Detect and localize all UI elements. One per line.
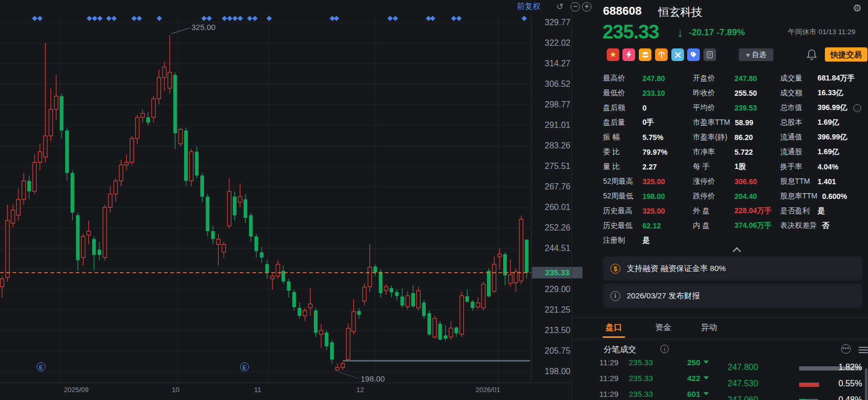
tape-row[interactable]: 11:29235.33 250 [599,359,720,369]
axis-tick-label: 275.51 [545,162,570,171]
watchlist-button[interactable]: ♥ 自选 [739,48,773,61]
axis-tick-label: 298.77 [545,100,570,109]
axis-tick-label: 229.00 [545,285,570,294]
divider [572,339,868,339]
stat-振 幅: 振 幅5.75% [603,133,663,142]
tab-盘口[interactable]: 盘口 [606,322,622,333]
stat-盘后额: 盘后额0 [603,103,647,113]
stat-每 手: 每 手1股 [693,162,746,172]
axis-tick-label: 252.26 [545,223,570,233]
stock-name: 恒玄科技 [658,5,702,19]
stat-总股本: 总股本1.69亿 [780,118,839,127]
list-view-icon[interactable] [859,345,868,353]
heart-icon: ♥ [746,51,750,59]
stat-注册制: 注册制是 [603,236,650,245]
panel-separator [571,0,572,400]
price-change: -20.17 -7.89% [689,27,745,38]
date-axis-label: 2025/09 [64,386,89,394]
stat-流通值: 流通值396.99亿 [780,133,847,142]
stat-市盈率TTM: 市盈率TTM58.99 [693,118,753,127]
tab-资金[interactable]: 资金 [655,322,671,333]
axis-tick-label: 198.00 [545,367,570,376]
price-dist-row[interactable]: 247.5300.55% [726,377,865,392]
last-price: 235.33 [603,21,659,43]
earnings-event-icon[interactable]: E [240,363,249,372]
stat-历史最低: 历史最低62.12 [603,221,661,231]
stat-股息TTM: 股息TTM1.401 [780,177,836,186]
date-axis-label: 2026/01 [476,386,501,394]
sell-triangle-icon [703,361,709,364]
axis-tick-label: 314.27 [545,59,570,68]
zoom-in-icon[interactable]: + [582,2,591,12]
axis-tick-label: 205.75 [545,346,570,356]
stat-换手率: 换手率4.04% [780,162,839,172]
stat-盘后量: 盘后量0手 [603,118,654,127]
price-dist-row[interactable]: 247.8001.82% [726,361,865,376]
stat-52周最高: 52周最高325.00 [603,177,665,186]
tape-list[interactable]: 11:29235.33 25011:29235.33 42211:29235.3… [599,359,720,400]
stat-昨收价: 昨收价255.50 [693,88,757,98]
tape-section-title: 分笔成交 [604,344,636,355]
watchlist-label: 自选 [752,50,766,59]
earnings-notice-card[interactable]: i 2026/03/27 发布财报 [603,284,862,308]
stat-内 盘: 内 盘374.06万手 [693,221,772,231]
stat-股息率TTM: 股息率TTM0.600% [780,192,847,201]
price-dist-row[interactable]: 247.0600.48% [726,394,865,400]
gear-icon[interactable]: ⚙ [853,2,862,14]
date-axis-label: 10 [172,386,179,394]
cn-flag-badge-icon[interactable] [607,48,619,61]
axis-tick-label: 283.26 [545,141,570,151]
stat-平均价: 平均价239.53 [693,103,757,113]
stat-跌停价: 跌停价204.40 [693,192,757,201]
stat-总市值: 总市值396.99亿… [780,103,861,113]
stat-历史最高: 历史最高325.00 [603,206,665,216]
svg-text:198.00: 198.00 [361,374,385,383]
quick-trade-button[interactable]: 快捷交易 [825,47,867,62]
stat-涨停价: 涨停价306.60 [693,177,757,186]
axis-tick-label: 221.25 [545,305,570,315]
notice-text: 支持融资 融资保证金率 80% [627,264,726,274]
axis-separator [531,15,532,383]
svg-text:325.00: 325.00 [191,23,216,32]
down-arrow-icon: ↓ [677,25,683,40]
axis-tick-label: 322.02 [545,38,570,48]
coins-badge-icon[interactable] [639,48,651,61]
scrollbar-thumb[interactable] [865,368,867,400]
date-axis-label: 11 [254,386,261,394]
adjust-mode-link[interactable]: 前复权 [517,2,540,12]
sell-triangle-icon [703,376,709,379]
undo-icon[interactable]: ↺ [555,2,565,12]
price-distribution-list[interactable]: 247.8001.82%247.5300.55%247.0600.48% [726,361,865,400]
stat-外 盘: 外 盘228.04万手 [693,206,772,216]
chart-bottom-border [0,383,570,383]
stat-成交额: 成交额16.33亿 [780,88,843,98]
x-mark-badge-icon[interactable] [671,48,684,61]
more-options-icon[interactable]: ••• [841,344,851,354]
market-status: 午间休市 01/13 11:29 [788,27,855,37]
stat-是否盈利: 是否盈利是 [780,206,825,216]
axis-tick-label: 244.51 [545,244,570,253]
stat-52周最低: 52周最低198.00 [603,192,665,201]
tag-badge-icon[interactable] [687,48,700,61]
candlestick-chart[interactable]: 325.00198.00 [0,0,531,400]
collapse-chevron-icon[interactable] [734,246,740,253]
axis-tick-label: 306.52 [545,79,570,89]
stat-表决权差异: 表决权差异否 [780,221,829,231]
stat-量 比: 量 比2.27 [603,162,657,172]
tape-row[interactable]: 11:29235.33 601 [599,386,720,400]
tape-row[interactable]: 11:29235.33 422 [599,371,720,385]
margin-notice-card[interactable]: $ 支持融资 融资保证金率 80% [603,256,862,281]
trading-app-window: 325.00198.00 前复权 ↺ − + 329.77322.02314.2… [0,0,868,400]
scale-badge-icon[interactable] [655,48,668,61]
stat-市盈率(静): 市盈率(静)86.20 [693,133,753,142]
tab-异动[interactable]: 异动 [701,322,717,333]
axis-tick-label: 329.77 [545,18,570,27]
info-icon[interactable]: i [660,345,669,353]
stock-code: 688608 [603,4,641,18]
bell-icon[interactable] [806,48,818,61]
lightning-badge-icon[interactable] [622,48,635,61]
more-icon[interactable]: … [853,104,861,112]
sell-triangle-icon [703,392,709,395]
memo-badge-icon[interactable] [703,48,716,61]
earnings-event-icon[interactable]: E [37,363,46,372]
